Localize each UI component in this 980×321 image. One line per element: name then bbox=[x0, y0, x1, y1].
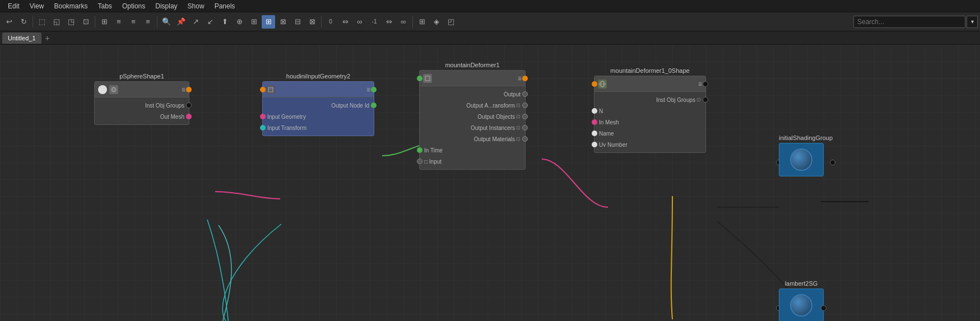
tb-sep4 bbox=[321, 16, 322, 27]
node-psphere-port-instobj: Inst Obj Groups bbox=[95, 100, 189, 111]
menu-display[interactable]: Display bbox=[151, 1, 182, 11]
menu-show[interactable]: Show bbox=[183, 1, 209, 11]
port-inputgeom-left bbox=[260, 114, 266, 119]
tab-bar: Untitled_1 + bbox=[0, 31, 980, 45]
tb-sep2 bbox=[95, 16, 95, 27]
expand-icon4: ⊡ bbox=[516, 136, 521, 142]
node-psphere-type-icon bbox=[109, 85, 118, 94]
tb-grid2[interactable]: ⊞ bbox=[415, 15, 429, 29]
port-houdini-left bbox=[260, 87, 266, 92]
tb-arrow[interactable]: ↩ bbox=[2, 15, 16, 29]
node-houdini-port-inputgeom: Input Geometry bbox=[263, 111, 374, 122]
node-lambert-icon-body bbox=[779, 289, 824, 321]
tb-btn16[interactable]: ⊠ bbox=[305, 15, 319, 29]
menu-tabs[interactable]: Tabs bbox=[94, 1, 117, 11]
tb-btn15[interactable]: ⊟ bbox=[291, 15, 304, 29]
tb-expand2[interactable]: ∞ bbox=[397, 15, 410, 29]
port-outputatransform-right bbox=[522, 103, 528, 108]
tb-btn14[interactable]: ⊠ bbox=[276, 15, 290, 29]
node-houdini-type-icon bbox=[266, 85, 275, 94]
search-input[interactable] bbox=[853, 16, 965, 28]
port-uvnumber-left bbox=[592, 142, 597, 147]
node-houdini-title: houdiniInputGeometry2 bbox=[262, 73, 374, 80]
tb-search[interactable]: 🔍 bbox=[160, 15, 173, 29]
tb-btn4[interactable]: ⊡ bbox=[79, 15, 92, 29]
tb-grid[interactable]: ⊞ bbox=[262, 15, 275, 29]
tb-sep1 bbox=[32, 16, 33, 27]
svg-rect-4 bbox=[425, 76, 430, 81]
port-mountain-right-top bbox=[522, 76, 528, 81]
node-shading-icon-body bbox=[779, 143, 824, 176]
tb-btn7[interactable]: ≡ bbox=[127, 15, 140, 29]
node-shading-title: initialShadingGroup bbox=[779, 134, 833, 141]
port-instobj2-right bbox=[703, 97, 708, 103]
tb-arrows[interactable]: ⇔ bbox=[338, 15, 352, 29]
node-houdini[interactable]: houdiniInputGeometry2 ≡ Output Node Id bbox=[262, 73, 374, 136]
tab-untitled1[interactable]: Untitled_1 bbox=[2, 32, 41, 44]
node-mountain-header-left bbox=[423, 74, 432, 83]
tb-btn3[interactable]: ◳ bbox=[64, 15, 78, 29]
node-psphere[interactable]: pSphereShape1 ≡ Inst Obj Groups bbox=[94, 73, 189, 125]
port-shading-right bbox=[830, 160, 835, 165]
tb-btn6[interactable]: ≡ bbox=[112, 15, 126, 29]
tb-btn9[interactable]: ↗ bbox=[189, 15, 202, 29]
tb-pin[interactable]: 📌 bbox=[174, 15, 188, 29]
node-mountainshape-menu[interactable]: ≡ bbox=[698, 80, 702, 88]
menu-view[interactable]: View bbox=[25, 1, 49, 11]
tb-minus1[interactable]: -1 bbox=[368, 15, 381, 29]
node-houdini-port-outputnodeid: Output Node Id bbox=[263, 100, 374, 111]
node-mountain-title: mountainDeformer1 bbox=[419, 62, 526, 68]
node-mountainshape-icon bbox=[598, 80, 607, 89]
port-input-left bbox=[417, 159, 422, 164]
menu-edit[interactable]: Edit bbox=[3, 1, 24, 11]
menu-bookmarks[interactable]: Bookmarks bbox=[49, 1, 92, 11]
node-mountain-port-outputobjects: Output Objects ⊡ bbox=[420, 111, 525, 122]
node-mountainshape-port-inmesh: In Mesh bbox=[594, 117, 705, 128]
node-canvas: pSphereShape1 ≡ Inst Obj Groups bbox=[0, 45, 980, 321]
node-mountain-port-input: □ Input bbox=[420, 156, 525, 167]
tb-refresh[interactable]: ↻ bbox=[17, 15, 30, 29]
menu-options[interactable]: Options bbox=[118, 1, 150, 11]
port-outputobjects-right bbox=[522, 114, 528, 119]
tb-expand[interactable]: ⇔ bbox=[382, 15, 396, 29]
node-mountain[interactable]: mountainDeformer1 ≡ Output Output A.. bbox=[419, 62, 526, 170]
tb-btn11[interactable]: ⬆ bbox=[218, 15, 231, 29]
tb-btn5[interactable]: ⊞ bbox=[97, 15, 111, 29]
tb-btn10[interactable]: ↙ bbox=[203, 15, 217, 29]
tb-btn13[interactable]: ⊞ bbox=[247, 15, 261, 29]
node-shading[interactable]: initialShadingGroup bbox=[779, 134, 833, 176]
tb-infinity[interactable]: ∞ bbox=[353, 15, 366, 29]
port-mountainshape-left-top bbox=[592, 81, 597, 87]
node-mountain-menu[interactable]: ≡ bbox=[518, 75, 522, 82]
node-mountainshape-port-name: Name bbox=[594, 128, 705, 139]
node-mountain-port-outputmaterials: Output Materials ⊡ bbox=[420, 133, 525, 145]
node-psphere-menu[interactable]: ≡ bbox=[182, 86, 185, 94]
node-lambert[interactable]: lambert2SG bbox=[779, 280, 824, 321]
node-psphere-content: Inst Obj Groups Out Mesh bbox=[95, 97, 189, 124]
tb-btn17[interactable]: ◈ bbox=[430, 15, 443, 29]
expand-icon5: ⊡ bbox=[696, 97, 701, 103]
tb-btn8[interactable]: ≡ bbox=[141, 15, 155, 29]
tb-btn2[interactable]: ◱ bbox=[50, 15, 63, 29]
node-mountainshape-header-left bbox=[598, 80, 607, 89]
port-output-right bbox=[522, 91, 528, 97]
node-lambert-body bbox=[779, 289, 824, 321]
node-mountainshape-content: Inst Obj Groups ⊡ N In Mesh Name bbox=[594, 92, 705, 152]
expand-icon3: ⊡ bbox=[516, 125, 521, 131]
node-mountain-icon bbox=[423, 74, 432, 83]
node-mountainshape-port-uvnumber: Uv Number bbox=[594, 139, 705, 150]
port-outmesh-right bbox=[186, 114, 192, 119]
node-mountainshape[interactable]: mountainDeformer1_0Shape ≡ Inst Obj Grou… bbox=[594, 67, 706, 153]
node-psphere-icon bbox=[98, 85, 107, 94]
tab-add-button[interactable]: + bbox=[43, 33, 53, 43]
tb-btn1[interactable]: ⬚ bbox=[35, 15, 49, 29]
tb-btn12[interactable]: ⊕ bbox=[233, 15, 246, 29]
expand-icon2: ⊡ bbox=[516, 114, 521, 119]
node-houdini-menu[interactable]: ≡ bbox=[366, 86, 370, 94]
tb-num0[interactable]: 0 bbox=[324, 15, 337, 29]
tb-btn18[interactable]: ◰ bbox=[444, 15, 458, 29]
expand-icon1: ⊡ bbox=[516, 103, 521, 108]
menu-panels[interactable]: Panels bbox=[210, 1, 240, 11]
svg-rect-2 bbox=[268, 87, 273, 92]
search-dropdown[interactable]: ▾ bbox=[967, 16, 978, 28]
